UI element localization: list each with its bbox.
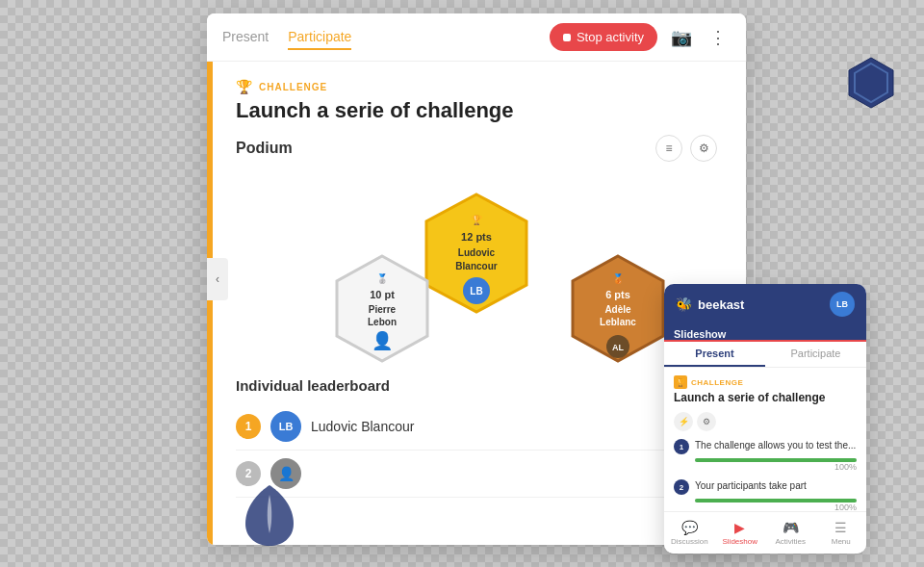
stop-activity-button[interactable]: Stop activity: [550, 23, 657, 51]
mobile-logo-text: beekast: [698, 297, 744, 312]
svg-text:12 pts: 12 pts: [461, 231, 492, 243]
mobile-item-2-num: 2: [674, 479, 689, 495]
svg-text:6 pts: 6 pts: [605, 289, 630, 300]
hex-podium: 🏆 12 pts Ludovic Blancour LB 🥈 10 pt Pie…: [236, 171, 717, 364]
mobile-challenge-title: Launch a serie of challenge: [674, 391, 857, 404]
hex-first-svg: 🏆 12 pts Ludovic Blancour LB: [419, 191, 534, 316]
stop-dot-icon: [563, 34, 571, 41]
top-hex-nav: [847, 56, 895, 114]
mobile-item-1-header: 1 The challenge allows you to test the..…: [674, 439, 857, 454]
header-bar: Present Participate Stop activity 📷 ⋮: [207, 13, 746, 62]
discussion-icon: 💬: [681, 520, 698, 535]
menu-icon: ☰: [834, 520, 847, 535]
mobile-tab-present[interactable]: Present: [664, 342, 765, 367]
camera-button[interactable]: 📷: [667, 23, 696, 52]
svg-text:Lebon: Lebon: [368, 317, 397, 327]
podium-filter-button[interactable]: ⚙: [690, 135, 717, 162]
nav-activities[interactable]: 🎮 Activities: [765, 520, 816, 546]
header-actions: Stop activity 📷 ⋮: [550, 23, 731, 52]
challenge-label: 🏆 CHALLENGE: [236, 79, 717, 94]
svg-text:Pierre: Pierre: [369, 304, 397, 315]
rank-badge-1: 1: [236, 414, 261, 439]
mobile-tab-participate[interactable]: Participate: [765, 342, 866, 367]
mobile-item-2-header: 2 Your participants take part: [674, 479, 857, 495]
podium-second: 🥈 10 pt Pierre Lebon 👤: [332, 253, 433, 364]
mobile-window: 🐝 beekast LB Slideshow Present Participa…: [664, 284, 866, 554]
mobile-item-1: 1 The challenge allows you to test the..…: [674, 439, 857, 472]
nav-slideshow[interactable]: ▶ Slideshow: [715, 520, 766, 546]
tab-present[interactable]: Present: [222, 25, 269, 50]
mobile-item-2-text: Your participants take part: [695, 479, 807, 492]
hex-third-svg: 🥉 6 pts Adèle Leblanc AL: [568, 253, 669, 364]
podium-header: Podium ≡ ⚙: [236, 135, 717, 162]
mobile-trophy-icon: 🏆: [674, 375, 687, 389]
activities-icon: 🎮: [783, 520, 799, 535]
nav-menu[interactable]: ☰ Menu: [816, 520, 867, 546]
slideshow-icon: ▶: [734, 520, 745, 535]
nav-discussion-label: Discussion: [671, 537, 708, 546]
mobile-item-2: 2 Your participants take part 100%: [674, 479, 857, 512]
nav-activities-label: Activities: [775, 537, 806, 546]
challenge-title: Launch a serie of challenge: [236, 98, 717, 123]
trophy-icon: 🏆: [236, 79, 253, 94]
podium-third: 🥉 6 pts Adèle Leblanc AL: [568, 253, 669, 364]
podium-first: 🏆 12 pts Ludovic Blancour LB: [419, 191, 534, 316]
left-chevron-button[interactable]: ‹: [207, 258, 228, 300]
mobile-logo: 🐝 beekast: [676, 296, 744, 312]
leaderboard-title: Individual leaderboard: [236, 377, 717, 394]
mobile-challenge-row: 🏆 CHALLENGE: [674, 375, 857, 389]
podium-list-button[interactable]: ≡: [655, 135, 682, 162]
mobile-item-1-num: 1: [674, 439, 689, 454]
svg-text:Adèle: Adèle: [604, 304, 631, 315]
svg-text:Blancour: Blancour: [455, 261, 497, 271]
mobile-avatar: LB: [830, 292, 855, 317]
mobile-challenge-label: CHALLENGE: [691, 378, 743, 387]
svg-text:Ludovic: Ludovic: [458, 247, 496, 258]
stop-button-label: Stop activity: [577, 30, 644, 44]
podium-title: Podium: [236, 140, 293, 157]
mobile-content: 🏆 CHALLENGE Launch a serie of challenge …: [664, 368, 866, 528]
challenge-section: 🏆 CHALLENGE Launch a serie of challenge: [207, 62, 746, 135]
svg-text:AL: AL: [612, 343, 624, 352]
hex-second-svg: 🥈 10 pt Pierre Lebon 👤: [332, 253, 433, 364]
mobile-ctrl-2[interactable]: ⚙: [697, 412, 716, 431]
svg-text:👤: 👤: [372, 330, 394, 351]
vertical-line: [754, 77, 756, 318]
more-options-button[interactable]: ⋮: [706, 23, 731, 52]
mobile-challenge-controls: ⚡ ⚙: [674, 412, 857, 431]
mobile-nav: 💬 Discussion ▶ Slideshow 🎮 Activities ☰ …: [664, 511, 866, 554]
svg-text:10 pt: 10 pt: [370, 289, 395, 300]
mobile-item-1-text: The challenge allows you to test the...: [695, 439, 856, 451]
nav-menu-label: Menu: [832, 537, 851, 546]
svg-text:🥉: 🥉: [612, 272, 625, 285]
svg-text:🥈: 🥈: [376, 272, 389, 285]
beekast-logo: [241, 480, 298, 548]
nav-slideshow-label: Slideshow: [723, 537, 757, 546]
svg-text:Leblanc: Leblanc: [600, 317, 636, 327]
mobile-tabs: Present Participate: [664, 342, 866, 368]
left-accent: [207, 62, 213, 545]
tab-participate[interactable]: Participate: [288, 25, 351, 50]
lb-avatar-1: LB: [270, 411, 301, 442]
nav-discussion[interactable]: 💬 Discussion: [664, 520, 715, 546]
podium-controls: ≡ ⚙: [655, 135, 717, 162]
mobile-progress-label-1: 100%: [695, 462, 857, 472]
header-tabs: Present Participate: [222, 25, 351, 50]
mobile-ctrl-1[interactable]: ⚡: [674, 412, 693, 431]
slideshow-label: Slideshow: [664, 324, 866, 342]
leaderboard-item-1: 1 LB Ludovic Blancour: [236, 403, 717, 451]
svg-text:🏆: 🏆: [471, 214, 483, 226]
bee-icon: 🐝: [676, 296, 692, 312]
leaderboard-item-2: 2 👤: [236, 451, 717, 498]
svg-text:LB: LB: [470, 286, 482, 296]
mobile-header: 🐝 beekast LB: [664, 284, 866, 324]
lb-name-1: Ludovic Blancour: [311, 419, 414, 434]
